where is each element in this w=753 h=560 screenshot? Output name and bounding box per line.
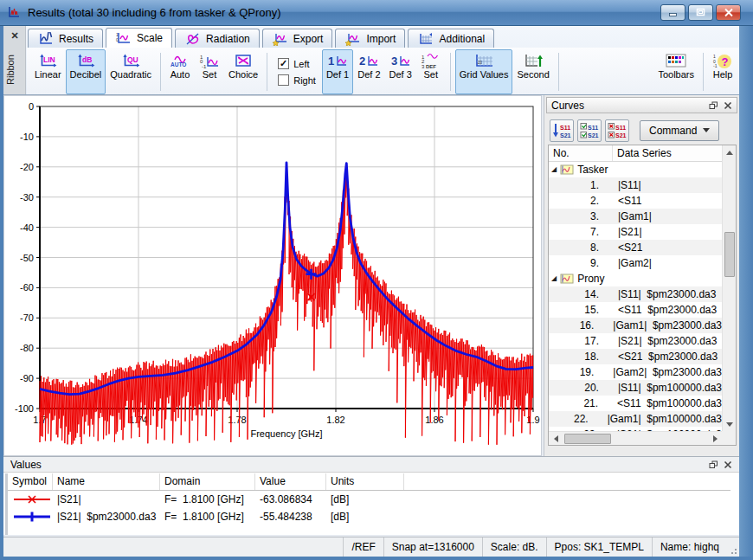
tab-import[interactable]: Import xyxy=(335,29,405,48)
values-close-icon[interactable] xyxy=(724,460,732,469)
curves-unchecked-s11s21-button[interactable]: S11S21 xyxy=(605,119,629,142)
command-dropdown[interactable]: Command xyxy=(640,120,719,141)
values-row[interactable]: |S21| F= 1.8100 [GHz] -63.086834 [dB] xyxy=(8,491,730,508)
grid-values-button[interactable]: 23Grid Values xyxy=(455,49,513,94)
maximize-button[interactable] xyxy=(688,4,713,21)
column-symbol: Symbol xyxy=(8,473,53,490)
def3-button[interactable]: 3Def 3 xyxy=(385,49,416,94)
toolbars-button[interactable]: Toolbars xyxy=(653,49,698,94)
curves-row[interactable]: 16.|Gam1| $pm23000.da3 xyxy=(549,318,722,333)
scroll-right-button[interactable] xyxy=(708,432,722,446)
status-bar: /REF Snap at=1316000 Scale: dB. Ppos: SK… xyxy=(3,537,739,557)
curves-row[interactable]: 9.|Gam2| xyxy=(549,255,722,271)
help-icon: ?10-1 xyxy=(712,53,733,68)
def2-button[interactable]: 2Def 2 xyxy=(353,49,384,94)
checked-s11s21-icon: S11S21 xyxy=(579,121,600,140)
decibel-button[interactable]: dBDecibel xyxy=(66,49,106,94)
curves-row[interactable]: 1.|S11| xyxy=(549,177,722,193)
curve-series-name: <S11 xyxy=(613,193,641,209)
quadratic-icon: QU xyxy=(120,53,141,68)
curves-list[interactable]: No. Data Series ◢Tasker1.|S11|2.<S113.|G… xyxy=(548,145,737,446)
left-axis-checkbox[interactable]: ✓Left xyxy=(278,58,316,69)
group-chart-icon xyxy=(560,274,574,284)
curves-arrow-s11s21-button[interactable]: S11S21 xyxy=(550,119,574,142)
svg-text:0: 0 xyxy=(116,37,119,42)
def1-icon: 1 xyxy=(327,53,348,68)
unchecked-s11s21-icon: S11S21 xyxy=(607,121,628,140)
tab-additional[interactable]: Additional xyxy=(408,29,494,48)
curve-series-name: <S21 xyxy=(613,240,642,255)
curves-list-header[interactable]: No. Data Series xyxy=(549,145,722,162)
choice-button[interactable]: Choice xyxy=(224,49,262,94)
status-name: Name: highq xyxy=(652,537,727,557)
curves-row[interactable]: 7.|S21| xyxy=(549,224,722,240)
values-row[interactable]: |S21| $pm23000.da3 F= 1.8100 [GHz] -55.4… xyxy=(8,508,730,525)
expand-triangle-icon[interactable]: ◢ xyxy=(551,274,557,283)
scroll-left-button[interactable] xyxy=(549,432,563,446)
tab-export[interactable]: Export xyxy=(262,29,333,48)
toolbar-separator xyxy=(160,53,161,91)
curve-number: 9. xyxy=(549,255,613,271)
values-table-header: Symbol Name Domain Value Units xyxy=(8,473,730,491)
svg-text:-10: -10 xyxy=(20,132,34,142)
scroll-up-button[interactable] xyxy=(723,145,737,159)
curve-number: 7. xyxy=(549,224,613,240)
expand-triangle-icon[interactable]: ◢ xyxy=(551,165,557,174)
quadratic-button[interactable]: QUQuadratic xyxy=(106,49,156,94)
tab-scale[interactable]: 10Scale xyxy=(106,28,172,48)
tab-radiation[interactable]: Radiation xyxy=(175,29,260,48)
curves-row[interactable]: 22.|Gam1| $pm100000.da3 xyxy=(549,411,722,427)
svg-text:S21: S21 xyxy=(588,132,599,138)
curves-row[interactable]: 20.|S11| $pm100000.da3 xyxy=(549,380,722,396)
curves-vertical-scrollbar[interactable] xyxy=(722,145,736,431)
curves-row[interactable]: 2.<S11 xyxy=(549,193,722,209)
second-button[interactable]: Second xyxy=(512,49,553,94)
curves-horizontal-scrollbar[interactable] xyxy=(549,431,722,445)
help-button[interactable]: ?10-1Help xyxy=(708,49,737,94)
window-titlebar[interactable]: Results (total 30 including 6 from taske… xyxy=(0,0,753,26)
curves-checked-s11s21-button[interactable]: S11S21 xyxy=(577,119,602,142)
right-axis-checkbox[interactable]: Right xyxy=(278,74,316,86)
curves-group-row[interactable]: ◢Tasker xyxy=(549,162,722,177)
curves-row[interactable]: 21.<S11 $pm100000.da3 xyxy=(549,396,722,411)
blue-curve-symbol xyxy=(8,511,53,523)
svg-text:S21: S21 xyxy=(560,132,571,138)
set-def-button[interactable]: 123DEFSet xyxy=(416,49,446,94)
svg-text:-70: -70 xyxy=(20,312,34,323)
values-float-icon[interactable] xyxy=(709,460,718,469)
ribbon-vertical-tab[interactable]: Ribbon xyxy=(5,48,23,92)
results-plot-panel[interactable]: 0-10-20-30-40-50-60-70-80-90-1001.71.741… xyxy=(3,95,542,456)
svg-text:DEF: DEF xyxy=(426,64,436,69)
curves-float-icon[interactable] xyxy=(709,101,718,110)
def1-button[interactable]: 1Def 1 xyxy=(322,49,353,94)
linear-button[interactable]: LINLinear xyxy=(30,49,66,94)
curves-row[interactable]: 3.|Gam1| xyxy=(549,209,722,224)
curves-row[interactable]: 17.|S21| $pm23000.da3 xyxy=(549,333,722,349)
auto-scale-button[interactable]: AUTOAuto xyxy=(165,49,195,94)
close-button[interactable] xyxy=(716,4,741,21)
curves-row[interactable]: 19.|Gam2| $pm23000.da3 xyxy=(549,364,722,380)
def3-icon: 3 xyxy=(390,53,411,68)
minimize-button[interactable] xyxy=(660,4,685,21)
curves-row[interactable]: 15.<S11 $pm23000.da3 xyxy=(549,302,722,318)
curves-panel-titlebar[interactable]: Curves xyxy=(546,97,737,113)
column-data-series[interactable]: Data Series xyxy=(613,145,676,161)
curves-row[interactable]: 18.<S21 $pm23000.da3 xyxy=(549,349,722,364)
scroll-down-button[interactable] xyxy=(723,417,737,431)
toolbar-separator xyxy=(703,53,704,91)
curves-group-row[interactable]: ◢Prony xyxy=(549,271,722,286)
values-panel-titlebar[interactable]: Values xyxy=(3,457,739,473)
curve-series-name: |Gam1| xyxy=(613,209,652,224)
ribbon-side-strip: ✕ Ribbon xyxy=(3,26,26,94)
ribbon-close-button[interactable]: ✕ xyxy=(7,29,23,42)
horizontal-scroll-thumb[interactable] xyxy=(564,434,611,444)
curves-row[interactable]: 8.<S21 xyxy=(549,240,722,255)
curves-close-icon[interactable] xyxy=(724,101,732,110)
set-scale-button[interactable]: 10-1Set xyxy=(195,49,224,94)
vertical-scroll-thumb[interactable] xyxy=(724,232,735,277)
tab-results[interactable]: Results xyxy=(28,29,103,48)
curves-row[interactable]: 14.|S11| $pm23000.da3 xyxy=(549,286,722,302)
resize-grip[interactable] xyxy=(727,537,739,557)
column-no[interactable]: No. xyxy=(549,145,613,161)
results-chart[interactable]: 0-10-20-30-40-50-60-70-80-90-1001.71.741… xyxy=(4,96,541,454)
